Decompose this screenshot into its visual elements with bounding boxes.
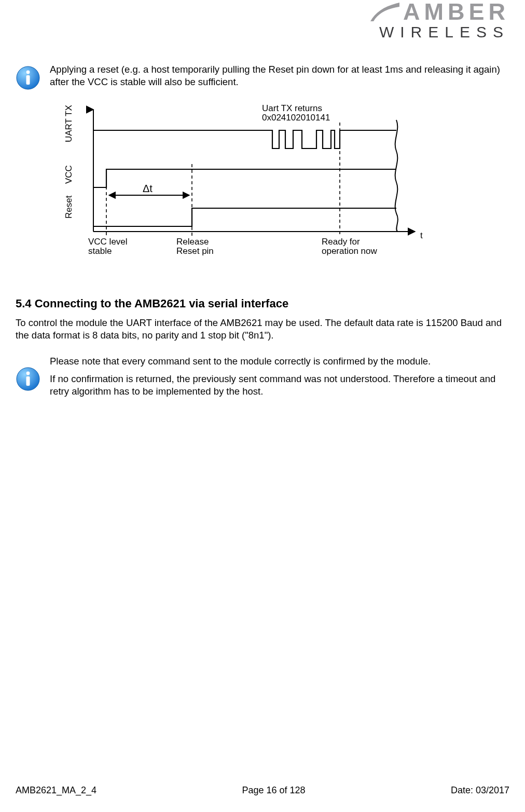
brand-logo-line1: AMBER [333,0,509,23]
uart-burst-label-line1: Uart TX returns [262,103,322,113]
info-callout-confirm: Please note that every command sent to t… [16,353,509,403]
delta-t-label: Δt [143,183,153,194]
page-footer: AMB2621_MA_2_4 Page 16 of 128 Date: 03/2… [16,784,509,796]
info-callout-reset: Applying a reset (e.g. a host temporaril… [16,63,509,90]
svg-point-10 [26,371,30,375]
footer-center: Page 16 of 128 [242,784,305,796]
event-release-line1: Release [176,237,209,247]
brand-logo: AMBER WIRELESS [333,0,509,40]
signal-label-uarttx: UART TX [64,105,74,142]
event-ready-line2: operation now [322,246,378,256]
info-icon [16,367,40,391]
signal-label-reset: Reset [64,195,74,219]
brand-logo-line1-text: AMBER [403,0,509,23]
signal-label-vcc: VCC [64,165,74,184]
svg-rect-2 [26,75,30,85]
info-callout-confirm-p1: Please note that every command sent to t… [50,355,509,368]
event-vcc-stable-line1: VCC level [88,237,128,247]
info-callout-confirm-p2: If no confirmation is returned, the prev… [50,373,509,398]
section-heading: 5.4 Connecting to the AMB2621 via serial… [16,296,509,312]
event-vcc-stable-line2: stable [88,246,112,256]
axis-t-label: t [420,231,423,240]
event-release-line2: Reset pin [176,246,214,256]
uart-burst-label-line2: 0x024102010141 [262,113,330,123]
svg-rect-11 [26,376,30,386]
info-callout-confirm-text: Please note that every command sent to t… [50,353,509,403]
svg-point-1 [26,71,30,74]
info-icon [16,65,40,90]
logo-swoosh-icon [369,2,400,22]
info-callout-reset-text: Applying a reset (e.g. a host temporaril… [50,63,509,88]
brand-logo-line2: WIRELESS [333,24,509,40]
footer-left: AMB2621_MA_2_4 [16,784,96,796]
event-ready-line1: Ready for [322,237,360,247]
footer-right: Date: 03/2017 [451,784,509,796]
timing-diagram: t Reset VCC UART TX Δt Uart TX returns 0… [57,102,431,268]
section-paragraph: To control the module the UART interface… [16,317,509,342]
